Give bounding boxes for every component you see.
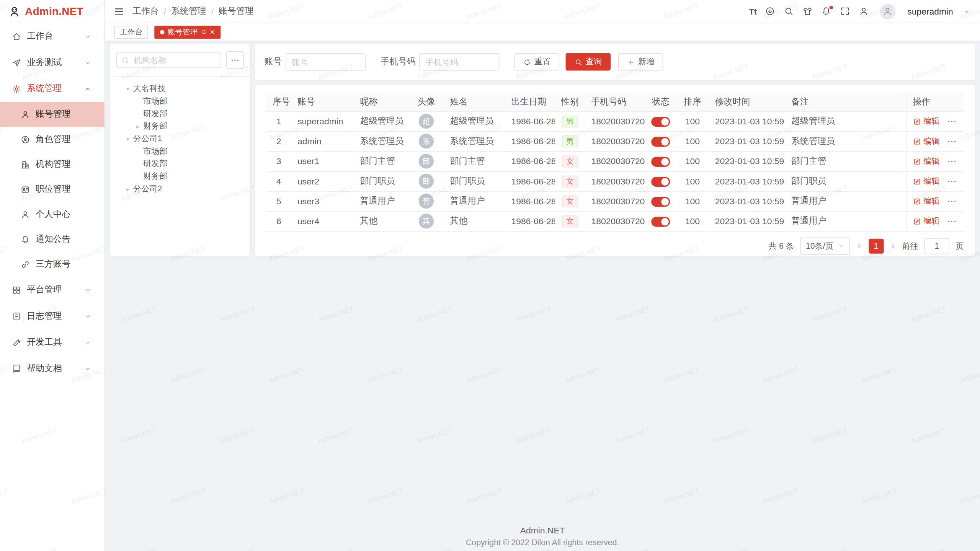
tree-caret-icon[interactable] bbox=[122, 85, 133, 92]
component-size-button[interactable] bbox=[765, 6, 776, 17]
cell-account: user4 bbox=[291, 211, 354, 231]
cell-remark: 普通用户 bbox=[785, 191, 906, 211]
sidebar-item-workbench[interactable]: 工作台 bbox=[0, 23, 105, 49]
app-logo[interactable]: Admin.NET bbox=[0, 0, 105, 23]
current-page-button[interactable]: 1 bbox=[869, 238, 884, 253]
tab-账号管理[interactable]: 账号管理 bbox=[154, 25, 220, 38]
column-header: 头像 bbox=[409, 93, 444, 111]
edit-button[interactable]: 编辑 bbox=[913, 176, 939, 187]
sidebar-subitem-post-manage[interactable]: 职位管理 bbox=[0, 177, 105, 202]
username[interactable]: superadmin bbox=[907, 6, 953, 16]
tree-caret-icon[interactable] bbox=[122, 185, 133, 192]
column-header: 出生日期 bbox=[505, 93, 555, 111]
edit-button[interactable]: 编辑 bbox=[913, 196, 939, 207]
tree-caret-icon[interactable] bbox=[122, 135, 133, 142]
row-more-button[interactable] bbox=[947, 156, 956, 166]
query-button[interactable]: 查询 bbox=[566, 53, 611, 71]
status-toggle[interactable] bbox=[651, 117, 670, 127]
cell-birth: 1986-06-28 bbox=[505, 171, 555, 191]
user-center-button[interactable] bbox=[859, 6, 869, 17]
tree-node[interactable]: 分公司1 bbox=[114, 132, 246, 145]
sidebar-item-help-docs[interactable]: 帮助文档 bbox=[0, 355, 105, 382]
breadcrumb-item[interactable]: 系统管理 bbox=[171, 6, 206, 17]
sidebar-subitem-notice[interactable]: 通知公告 bbox=[0, 227, 105, 252]
cell-order: 100 bbox=[676, 151, 709, 171]
sidebar-item-system-manage[interactable]: 系统管理 bbox=[0, 76, 105, 102]
sidebar-item-platform-manage[interactable]: 平台管理 bbox=[0, 277, 105, 303]
sidebar-subitem-org-manage[interactable]: 机构管理 bbox=[0, 152, 105, 177]
status-toggle[interactable] bbox=[651, 137, 670, 147]
page-size-select[interactable]: 10条/页 bbox=[800, 237, 850, 255]
row-more-button[interactable] bbox=[947, 196, 956, 206]
edit-button[interactable]: 编辑 bbox=[913, 215, 939, 227]
next-page-button[interactable] bbox=[890, 240, 895, 251]
tree-node[interactable]: 研发部 bbox=[114, 157, 246, 170]
edit-icon bbox=[913, 217, 921, 225]
menu-item-label: 角色管理 bbox=[36, 134, 97, 145]
tab-close-icon[interactable] bbox=[210, 28, 215, 36]
reset-button[interactable]: 重置 bbox=[514, 53, 560, 71]
hamburger-menu-icon[interactable] bbox=[114, 6, 124, 17]
tool-icon bbox=[12, 337, 21, 347]
row-more-button[interactable] bbox=[947, 116, 956, 126]
tab-label: 工作台 bbox=[120, 26, 142, 37]
pagination-total: 共 6 条 bbox=[769, 240, 794, 251]
tree-node[interactable]: 财务部 bbox=[114, 120, 246, 132]
refresh-icon bbox=[201, 29, 207, 35]
tree-node-label: 市场部 bbox=[143, 96, 168, 107]
status-toggle[interactable] bbox=[651, 156, 670, 166]
add-button[interactable]: 新增 bbox=[618, 53, 663, 71]
sidebar-subitem-account-manage[interactable]: 账号管理 bbox=[0, 102, 105, 127]
row-more-button[interactable] bbox=[947, 136, 956, 146]
sidebar-subitem-third-account[interactable]: 三方账号 bbox=[0, 252, 105, 277]
breadcrumb-item[interactable]: 账号管理 bbox=[219, 6, 253, 17]
row-more-button[interactable] bbox=[947, 176, 956, 186]
sidebar-item-dev-tools[interactable]: 开发工具 bbox=[0, 329, 105, 355]
user-icon bbox=[883, 6, 893, 16]
sidebar-item-business-test[interactable]: 业务测试 bbox=[0, 49, 105, 76]
font-size-button[interactable]: Tt bbox=[749, 6, 757, 17]
search-icon bbox=[574, 58, 582, 66]
cell-name: 部门主管 bbox=[444, 151, 505, 171]
tree-node[interactable]: 分公司2 bbox=[114, 183, 246, 195]
edit-button[interactable]: 编辑 bbox=[913, 136, 939, 147]
tree-node[interactable]: 大名科技 bbox=[114, 83, 246, 95]
org-more-button[interactable] bbox=[226, 51, 244, 69]
status-toggle[interactable] bbox=[651, 197, 670, 207]
account-table-panel: 序号账号昵称头像姓名出生日期性别手机号码状态排序修改时间备注操作 1supera… bbox=[255, 85, 975, 256]
query-label: 查询 bbox=[586, 56, 602, 67]
avatar[interactable] bbox=[880, 3, 896, 19]
phone-input[interactable] bbox=[420, 53, 500, 71]
cell-order: 100 bbox=[676, 211, 709, 231]
theme-button[interactable] bbox=[802, 6, 813, 17]
tree-node[interactable]: 市场部 bbox=[114, 145, 246, 158]
edit-button[interactable]: 编辑 bbox=[913, 116, 939, 127]
org-search-input[interactable] bbox=[132, 55, 216, 65]
sidebar-item-log-manage[interactable]: 日志管理 bbox=[0, 303, 105, 329]
cell-account: user2 bbox=[291, 171, 354, 191]
chevDown-icon bbox=[84, 287, 91, 293]
tree-node[interactable]: 研发部 bbox=[114, 108, 246, 120]
cell-name: 超级管理员 bbox=[444, 111, 505, 131]
cell-nickname: 其他 bbox=[354, 211, 409, 231]
menu-item-label: 职位管理 bbox=[36, 184, 97, 195]
edit-button[interactable]: 编辑 bbox=[913, 156, 939, 167]
table-row: 1superadmin超级管理员超超级管理员1986-06-28男1802003… bbox=[266, 111, 964, 131]
status-toggle[interactable] bbox=[651, 176, 670, 186]
row-more-button[interactable] bbox=[947, 216, 956, 226]
tree-node[interactable]: 市场部 bbox=[114, 95, 246, 108]
prev-page-button[interactable] bbox=[856, 240, 862, 251]
tree-node[interactable]: 财务部 bbox=[114, 170, 246, 183]
status-toggle[interactable] bbox=[651, 217, 670, 227]
account-input[interactable] bbox=[286, 53, 366, 71]
fullscreen-button[interactable] bbox=[840, 6, 851, 17]
breadcrumb-item[interactable]: 工作台 bbox=[132, 6, 159, 17]
tab-工作台[interactable]: 工作台 bbox=[114, 25, 148, 38]
menu-search-button[interactable] bbox=[784, 6, 794, 17]
sidebar-subitem-role-manage[interactable]: 角色管理 bbox=[0, 127, 105, 152]
notification-button[interactable] bbox=[821, 6, 832, 17]
tree-caret-icon[interactable] bbox=[132, 123, 143, 130]
chevron-down-icon[interactable] bbox=[963, 8, 970, 15]
sidebar-subitem-profile-center[interactable]: 个人中心 bbox=[0, 202, 105, 227]
goto-page-input[interactable] bbox=[924, 238, 949, 254]
